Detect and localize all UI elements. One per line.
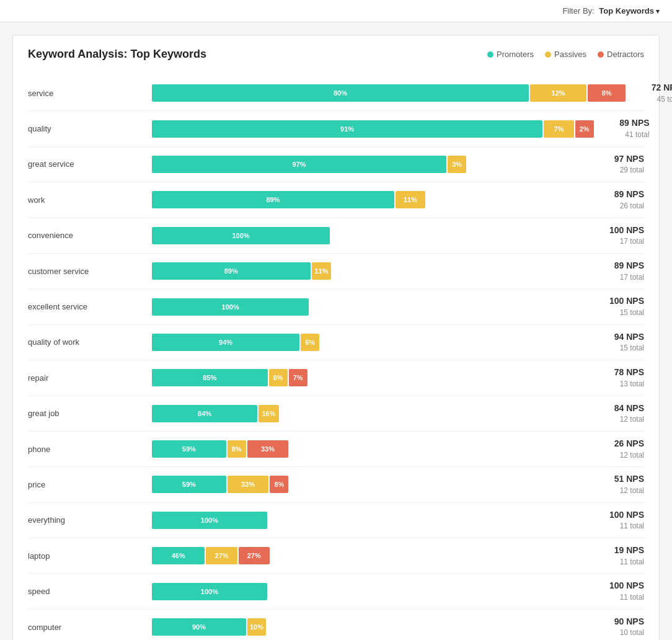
nps-score: 89 NPS xyxy=(588,189,644,201)
bar-container: 100% xyxy=(152,512,588,529)
nps-score: 94 NPS xyxy=(588,331,644,344)
nps-info: 89 NPS41 total xyxy=(594,117,650,140)
table-row: customer service89%11%89 NPS17 total xyxy=(28,254,644,289)
promoter-bar: 100% xyxy=(152,227,330,244)
bar-container: 90%10% xyxy=(152,618,588,636)
nps-total: 29 total xyxy=(588,165,644,176)
table-row: convenience100%100 NPS17 total xyxy=(28,218,644,254)
table-row: excellent service100%100 NPS15 total xyxy=(28,289,644,324)
nps-total: 13 total xyxy=(588,379,644,389)
page-title: Keyword Analysis: Top Keywords xyxy=(28,48,206,61)
nps-score: 72 NPS xyxy=(626,82,672,94)
nps-total: 45 total xyxy=(626,94,672,105)
nps-score: 100 NPS xyxy=(588,224,644,237)
table-row: great job84%16%84 NPS12 total xyxy=(28,396,644,432)
keyword-label: convenience xyxy=(28,231,152,240)
nps-score: 19 NPS xyxy=(588,544,644,557)
bar-container: 94%6% xyxy=(152,334,588,351)
nps-info: 100 NPS17 total xyxy=(588,224,644,247)
keyword-label: quality of work xyxy=(28,337,152,347)
promoter-bar: 100% xyxy=(152,512,267,529)
passives-dot xyxy=(545,51,551,58)
passives-label: Passives xyxy=(554,50,586,59)
keyword-label: price xyxy=(28,480,152,489)
nps-info: 51 NPS12 total xyxy=(588,473,644,496)
promoter-bar: 100% xyxy=(152,298,309,316)
detractors-dot xyxy=(598,51,604,58)
bar-container: 46%27%27% xyxy=(152,547,588,564)
keyword-label: excellent service xyxy=(28,302,152,311)
nps-info: 84 NPS12 total xyxy=(588,402,644,425)
detractor-bar: 2% xyxy=(575,120,594,138)
bar-container: 91%7%2% xyxy=(152,120,594,138)
table-row: quality of work94%6%94 NPS15 total xyxy=(28,325,644,360)
bar-container: 100% xyxy=(152,227,588,244)
detractor-bar: 33% xyxy=(247,440,289,458)
legend-passives: Passives xyxy=(545,50,586,59)
passive-bar: 33% xyxy=(228,476,269,493)
nps-info: 94 NPS15 total xyxy=(588,331,644,353)
passive-bar: 27% xyxy=(206,547,237,564)
promoter-bar: 89% xyxy=(152,191,394,208)
promoter-bar: 80% xyxy=(152,84,529,102)
promoters-dot xyxy=(487,51,493,58)
nps-info: 100 NPS15 total xyxy=(588,295,644,318)
promoter-bar: 59% xyxy=(152,476,226,493)
table-row: work89%11%89 NPS26 total xyxy=(28,182,644,218)
nps-info: 100 NPS11 total xyxy=(588,580,644,602)
passive-bar: 12% xyxy=(530,84,586,102)
nps-score: 100 NPS xyxy=(588,295,644,308)
keyword-label: phone xyxy=(28,445,152,454)
nps-info: 100 NPS11 total xyxy=(588,509,644,531)
table-row: great service97%3%97 NPS29 total xyxy=(28,147,644,182)
keyword-label: repair xyxy=(28,373,152,383)
nps-total: 12 total xyxy=(588,450,644,461)
header-row: Keyword Analysis: Top Keywords Promoters… xyxy=(28,48,644,61)
filter-label: Filter By: Top Keywords xyxy=(562,6,660,16)
keyword-label: laptop xyxy=(28,551,152,561)
legend-detractors: Detractors xyxy=(598,50,644,59)
keyword-label: customer service xyxy=(28,267,152,276)
nps-score: 84 NPS xyxy=(588,402,644,415)
legend: Promoters Passives Detractors xyxy=(487,50,644,59)
nps-total: 17 total xyxy=(588,236,644,247)
promoter-bar: 59% xyxy=(152,440,226,458)
passive-bar: 10% xyxy=(247,618,266,636)
nps-total: 15 total xyxy=(588,308,644,318)
main-container: Keyword Analysis: Top Keywords Promoters… xyxy=(12,35,660,640)
keyword-label: everything xyxy=(28,515,152,525)
promoter-bar: 94% xyxy=(152,334,299,351)
nps-info: 26 NPS12 total xyxy=(588,438,644,460)
nps-score: 100 NPS xyxy=(588,509,644,522)
keyword-label: speed xyxy=(28,587,152,596)
rows-container: service80%12%8%72 NPS45 totalquality91%7… xyxy=(28,76,644,640)
keyword-label: great service xyxy=(28,159,152,169)
keyword-label: great job xyxy=(28,409,152,418)
nps-total: 10 total xyxy=(588,628,644,638)
bar-container: 97%3% xyxy=(152,156,588,173)
detractor-bar: 27% xyxy=(239,547,270,564)
top-bar: Filter By: Top Keywords xyxy=(0,0,672,22)
nps-info: 78 NPS13 total xyxy=(588,367,644,389)
bar-container: 89%11% xyxy=(152,262,588,280)
table-row: quality91%7%2%89 NPS41 total xyxy=(28,111,644,146)
table-row: computer90%10%90 NPS10 total xyxy=(28,610,644,640)
bar-container: 100% xyxy=(152,583,588,600)
filter-dropdown[interactable]: Top Keywords xyxy=(599,6,660,16)
promoter-bar: 91% xyxy=(152,120,542,138)
nps-total: 15 total xyxy=(588,343,644,353)
nps-score: 100 NPS xyxy=(588,580,644,592)
passive-bar: 8% xyxy=(228,440,246,458)
nps-total: 17 total xyxy=(588,272,644,283)
passive-bar: 11% xyxy=(312,262,332,280)
promoter-bar: 85% xyxy=(152,369,268,386)
filter-by-text: Filter By: xyxy=(562,6,594,16)
detractor-bar: 8% xyxy=(270,476,288,493)
bar-container: 80%12%8% xyxy=(152,84,626,102)
nps-total: 12 total xyxy=(588,414,644,425)
passive-bar: 8% xyxy=(269,369,288,386)
nps-total: 11 total xyxy=(588,521,644,531)
legend-promoters: Promoters xyxy=(487,50,534,59)
nps-total: 11 total xyxy=(588,557,644,567)
bar-container: 100% xyxy=(152,298,588,316)
